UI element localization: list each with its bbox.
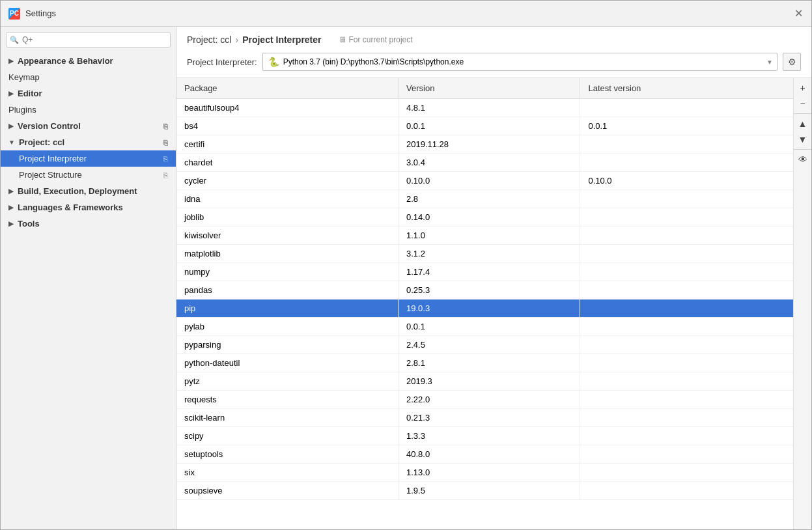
cell-latest [580,154,793,172]
cell-latest [580,336,793,354]
interpreter-select[interactable]: 🐍 Python 3.7 (bin) D:\python3.7\bin\Scri… [262,53,777,71]
table-row[interactable]: python-dateutil2.8.1 [176,354,793,372]
table-row[interactable]: kiwisolver1.1.0 [176,227,793,245]
table-row[interactable]: pip19.0.3 [176,300,793,318]
main-panel: Project: ccl › Project Interpreter 🖥 For… [176,27,811,529]
table-row[interactable]: beautifulsoup44.8.1 [176,99,793,117]
table-header-row: Package Version Latest version [176,78,793,99]
copy-icon: ⎘ [163,122,168,130]
table-row[interactable]: matplotlib3.1.2 [176,245,793,263]
cell-version: 2.4.5 [399,336,580,354]
sidebar-item-plugins[interactable]: Plugins [1,102,176,118]
cell-latest [580,372,793,391]
col-latest: Latest version [580,78,793,99]
cell-package: python-dateutil [176,354,399,372]
cell-package: scipy [176,427,399,445]
cell-version: 1.13.0 [399,464,580,482]
search-input[interactable] [6,32,171,48]
eye-button[interactable]: 👁 [796,152,810,167]
sidebar-item-languages[interactable]: ▶ Languages & Frameworks [1,199,176,216]
table-row[interactable]: pandas0.25.3 [176,281,793,300]
table-row[interactable]: joblib0.14.0 [176,208,793,227]
divider [794,113,811,114]
packages-table: Package Version Latest version beautiful… [176,78,793,500]
sidebar-item-version-control[interactable]: ▶ Version Control ⎘ [1,118,176,134]
breadcrumb: Project: ccl › Project Interpreter 🖥 For… [176,27,811,48]
cell-latest [580,464,793,482]
search-box: 🔍 [6,32,171,48]
breadcrumb-current: Project Interpreter [242,35,321,45]
add-package-button[interactable]: + [796,81,810,95]
sidebar-item-keymap[interactable]: Keymap [1,69,176,85]
sidebar-item-project-ccl[interactable]: ▼ Project: ccl ⎘ [1,134,176,150]
sidebar-item-editor[interactable]: ▶ Editor [1,85,176,102]
cell-package: kiwisolver [176,227,399,245]
cell-package: scikit-learn [176,409,399,427]
cell-latest [580,190,793,208]
cell-package: setuptools [176,445,399,464]
cell-version: 19.0.3 [399,300,580,318]
cell-latest [580,135,793,154]
cell-package: idna [176,190,399,208]
table-row[interactable]: pyparsing2.4.5 [176,336,793,354]
sidebar-item-project-interpreter[interactable]: Project Interpreter ⎘ [1,150,176,167]
table-row[interactable]: cycler0.10.00.10.0 [176,172,793,190]
interpreter-row: Project Interpreter: 🐍 Python 3.7 (bin) … [176,48,811,78]
cell-latest [580,391,793,409]
cell-latest [580,263,793,281]
table-row[interactable]: pylab0.0.1 [176,318,793,336]
table-row[interactable]: numpy1.17.4 [176,263,793,281]
cell-package: soupsieve [176,482,399,500]
table-row[interactable]: certifi2019.11.28 [176,135,793,154]
table-row[interactable]: scikit-learn0.21.3 [176,409,793,427]
table-row[interactable]: requests2.22.0 [176,391,793,409]
cell-version: 0.21.3 [399,409,580,427]
action-bar: + − ▲ ▼ 👁 [793,78,811,529]
table-row[interactable]: bs40.0.10.0.1 [176,117,793,135]
divider [794,149,811,150]
scroll-up-button[interactable]: ▲ [796,117,810,131]
table-row[interactable]: idna2.8 [176,190,793,208]
cell-latest [580,482,793,500]
chevron-down-icon: ▼ [766,59,773,66]
scroll-down-button[interactable]: ▼ [796,132,810,146]
cell-latest: 0.0.1 [580,117,793,135]
arrow-icon: ▶ [8,57,14,64]
remove-package-button[interactable]: − [796,96,810,111]
sidebar-item-project-structure[interactable]: Project Structure ⎘ [1,167,176,183]
interpreter-settings-button[interactable]: ⚙ [783,53,801,71]
cell-latest [580,208,793,227]
table-row[interactable]: pytz2019.3 [176,372,793,391]
arrow-icon: ▶ [8,188,14,195]
title-bar: PC Settings ✕ [1,1,811,27]
arrow-icon: ▶ [8,220,14,227]
table-row[interactable]: six1.13.0 [176,464,793,482]
cell-version: 40.8.0 [399,445,580,464]
cell-latest [580,409,793,427]
cell-version: 2.8.1 [399,354,580,372]
cell-package: cycler [176,172,399,190]
cell-package: requests [176,391,399,409]
table-row[interactable]: setuptools40.8.0 [176,445,793,464]
table-row[interactable]: chardet3.0.4 [176,154,793,172]
sidebar-item-appearance[interactable]: ▶ Appearance & Behavior [1,53,176,69]
close-button[interactable]: ✕ [793,8,804,19]
cell-package: beautifulsoup4 [176,99,399,117]
packages-table-wrap: Package Version Latest version beautiful… [176,78,793,529]
for-project-label: 🖥 For current project [339,35,413,44]
arrow-icon: ▶ [8,122,14,130]
cell-latest [580,354,793,372]
cell-package: bs4 [176,117,399,135]
copy-icon: ⎘ [163,139,168,146]
cell-package: pytz [176,372,399,391]
copy-icon: ⎘ [163,171,168,179]
table-row[interactable]: scipy1.3.3 [176,427,793,445]
cell-version: 2019.3 [399,372,580,391]
table-row[interactable]: soupsieve1.9.5 [176,482,793,500]
cell-package: six [176,464,399,482]
cell-version: 4.8.1 [399,99,580,117]
sidebar-item-build-execution[interactable]: ▶ Build, Execution, Deployment [1,183,176,199]
cell-package: pandas [176,281,399,300]
search-icon: 🔍 [10,36,19,44]
sidebar-item-tools[interactable]: ▶ Tools [1,216,176,232]
